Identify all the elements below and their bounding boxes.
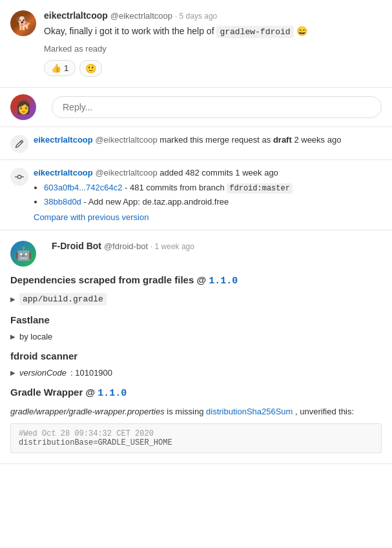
arrow-icon-2: ▶ — [10, 333, 15, 340]
thumbs-up-reaction-button[interactable]: 👍 1 — [44, 60, 76, 76]
branch-code: fdroid:master — [227, 183, 293, 194]
comment-block-1: 🐕 eikectrlaltcoop @eikectrlaltcoop · 5 d… — [0, 0, 392, 88]
fastlane-collapsible[interactable]: ▶ by locale — [10, 332, 382, 341]
commit-icon-container — [10, 168, 28, 186]
bot-comment-meta: F-Droid Bot @fdroid-bot · 1 week ago — [52, 241, 382, 251]
activity-handle-span: @eikectrlaltcoop marked this merge reque… — [95, 135, 273, 145]
comment-timestamp: · 5 days ago — [175, 12, 217, 21]
avatar-current-user: 👩 — [10, 94, 36, 120]
comment-header-1: eikectrlaltcoop @eikectrlaltcoop · 5 day… — [44, 10, 382, 21]
missing-text-para: gradle/wrapper/gradle-wrapper.properties… — [10, 405, 382, 418]
activity-commits-text: eikectrlaltcoop @eikectrlaltcoop added 4… — [34, 167, 293, 224]
activity-username-link[interactable]: eikectrlaltcoop — [34, 135, 93, 145]
version-link-main[interactable]: 1.1.0 — [209, 276, 238, 287]
code-comment-line: #Wed Oct 28 09:34:32 CET 2020 — [19, 429, 373, 438]
activity-draft-text: eikectrlaltcoop @eikectrlaltcoop marked … — [34, 134, 341, 147]
commit-hash-link-2[interactable]: 38bb8d0d — [44, 197, 81, 207]
fdroid-scanner-collapsible[interactable]: ▶ versionCode: 10101900 — [10, 368, 382, 378]
gradle-code-block: #Wed Oct 28 09:34:32 CET 2020 distributi… — [10, 423, 382, 453]
commenter-handle: @eikectrlaltcoop — [110, 11, 172, 21]
avatar-eikectrlaltcoop: 🐕 — [10, 10, 36, 36]
distribution-sha-link[interactable]: distributionSha256Sum — [206, 407, 293, 416]
gradle-props-italic: gradle/wrapper/gradle-wrapper.properties — [10, 407, 165, 416]
gradle-version-link[interactable]: 1.1.0 — [98, 388, 127, 399]
commit-item-1: 603a0fb4...742c64c2 - 481 commits from b… — [44, 181, 293, 194]
compare-previous-link[interactable]: Compare with previous version — [34, 212, 149, 222]
activity-commits-handle: @eikectrlaltcoop added 482 commits 1 wee… — [95, 168, 278, 178]
version-code-label: versionCode — [19, 368, 67, 378]
activity-draft: eikectrlaltcoop @eikectrlaltcoop marked … — [0, 127, 392, 160]
comment-body-text: Okay, finally i got it to work with the … — [44, 25, 382, 39]
edit-icon — [15, 139, 24, 148]
bot-comment-block: 🤖 F-Droid Bot @fdroid-bot · 1 week ago D… — [0, 230, 392, 464]
commit-hash-link-1[interactable]: 603a0fb4...742c64c2 — [44, 183, 122, 192]
commit-list: 603a0fb4...742c64c2 - 481 commits from b… — [44, 181, 293, 208]
by-locale-label: by locale — [19, 332, 52, 341]
gradle-wrapper-heading: Gradle Wrapper @ 1.1.0 — [10, 387, 382, 399]
activity-commits-username-link[interactable]: eikectrlaltcoop — [34, 168, 93, 178]
activity-time: 2 weeks ago — [294, 135, 341, 145]
bot-handle: @fdroid-bot — [104, 241, 148, 251]
arrow-icon-3: ▶ — [10, 369, 15, 376]
inline-code-gradlew: gradlew-fdroid — [216, 26, 293, 38]
reply-input[interactable] — [52, 96, 382, 118]
comment-content-1: eikectrlaltcoop @eikectrlaltcoop · 5 day… — [44, 10, 382, 77]
edit-icon-container — [10, 135, 28, 153]
commenter-username: eikectrlaltcoop — [44, 10, 108, 21]
avatar-bot: 🤖 — [10, 241, 36, 267]
reaction-buttons: 👍 1 🙂 — [44, 60, 382, 77]
commit-item-2: 38bb8d0d - Add new App: de.taz.app.andro… — [44, 196, 293, 208]
fdroid-scanner-heading: fdroid scanner — [10, 350, 382, 361]
fastlane-heading: Fastlane — [10, 314, 382, 325]
draft-label: draft — [273, 135, 292, 145]
add-reaction-button[interactable]: 🙂 — [79, 60, 102, 77]
bot-timestamp: · 1 week ago — [150, 242, 194, 251]
bot-main-title: Dependencies scraped from gradle files @… — [10, 274, 382, 287]
activity-commits: eikectrlaltcoop @eikectrlaltcoop added 4… — [0, 160, 392, 231]
svg-point-0 — [17, 175, 21, 178]
marked-ready-text: Marked as ready — [44, 44, 382, 54]
code-distribution-line: distributionBase=GRADLE_USER_HOME — [19, 438, 373, 447]
arrow-icon-1: ▶ — [10, 296, 15, 303]
reply-block: 👩 — [0, 88, 392, 127]
bot-username: F-Droid Bot — [52, 241, 101, 251]
bot-comment-body: Dependencies scraped from gradle files @… — [10, 274, 382, 453]
commit-icon — [15, 172, 24, 181]
app-build-gradle-collapsible[interactable]: ▶ app/build.gradle — [10, 293, 382, 305]
app-build-gradle-label: app/build.gradle — [19, 293, 107, 305]
version-code-value: : 10101900 — [70, 368, 112, 378]
bot-comment-header: 🤖 F-Droid Bot @fdroid-bot · 1 week ago — [10, 241, 382, 267]
